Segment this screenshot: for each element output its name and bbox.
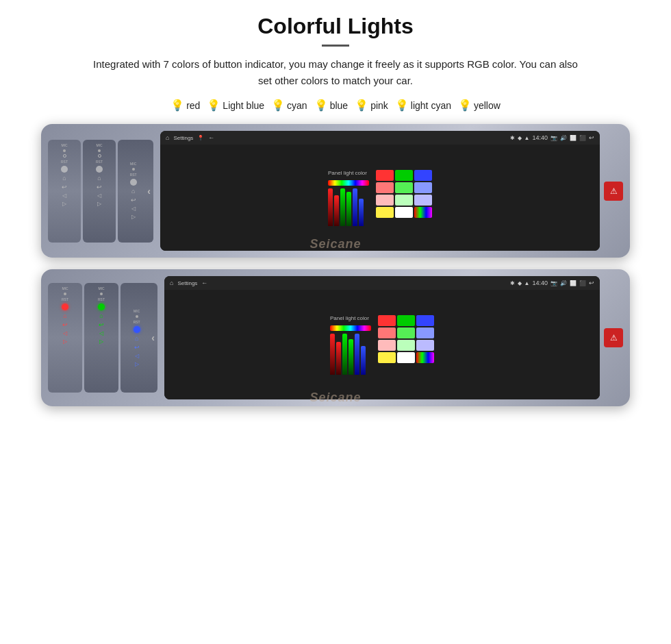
signal-icon: ▲ [524, 135, 530, 141]
home-green-b: ⌂ [99, 312, 103, 319]
back-icon-2: ↩ [97, 184, 102, 190]
color-item-cyan: 💡 cyan [271, 99, 307, 112]
bulb-icon-pink: 💡 [355, 99, 368, 112]
cgrid-blue [414, 170, 432, 181]
color-grid-top [376, 170, 432, 218]
left-panels-bottom: MIC RST ⌂ ↩ ◁ ▷ MIC RST [41, 269, 162, 406]
left-panel-3-top: MIC RST ⌂ ↩ ◁ ▷ ‹ [118, 140, 153, 243]
title-divider [322, 45, 349, 47]
color-bars-bottom [330, 334, 371, 375]
status-bar-bottom: ⌂ Settings ← ✱ ◆ ▲ 14:40 📷 🔊 [164, 276, 600, 290]
left-arrow-top: ‹ [147, 186, 151, 197]
settings-label-bottom: Settings [177, 280, 197, 286]
left-panel-a-bottom: MIC RST ⌂ ↩ ◁ ▷ [48, 283, 82, 393]
rec-icon-b: ⬜ [570, 280, 577, 286]
home-status-bottom: ⌂ [170, 280, 173, 286]
panel-content-top: Panel light color [328, 170, 432, 226]
rst-label-2: RST [96, 160, 103, 164]
vol-icon-b: 🔊 [560, 280, 567, 286]
right-side-top: ⚠ [603, 124, 630, 258]
wifi-icon: ◆ [518, 135, 522, 141]
fwd-icon-1: ▷ [62, 201, 66, 207]
bt-icon-b: ✱ [510, 280, 515, 286]
rst-btn-1 [63, 154, 66, 158]
bar-blue-2 [359, 199, 364, 226]
color-item-blue: 💡 blue [314, 99, 348, 112]
fwd-icon-2: ▷ [97, 201, 101, 207]
mic-label-2: MIC [96, 143, 102, 147]
status-left-bottom: ⌂ Settings ← [170, 280, 207, 286]
cgrid-white [395, 207, 413, 218]
bulb-icon-yellow: 💡 [458, 99, 472, 112]
mic-dot-1 [63, 149, 66, 152]
panel-light-block-bottom: Panel light color [330, 315, 371, 375]
power-red-a [62, 304, 68, 310]
bar-red-1 [328, 188, 333, 226]
status-right: ✱ ◆ ▲ 14:40 📷 🔊 ⬜ ⬛ ↩ [510, 134, 594, 141]
cgrid-pinkish [376, 195, 394, 206]
color-item-pink: 💡 pink [355, 99, 388, 112]
status-right-bottom: ✱ ◆ ▲ 14:40 📷 🔊 ⬜ ⬛ ↩ [510, 280, 594, 286]
hazard-btn-bottom: ⚠ [604, 328, 623, 347]
bar-red-2 [334, 195, 339, 226]
mic-label-1: MIC [61, 143, 67, 147]
bar-blue-1 [353, 188, 357, 226]
left-panel-c-bottom: MIC RST ⌂ ↩ ◁ ▷ ‹ [121, 283, 157, 393]
bar-green-2 [346, 192, 351, 226]
color-item-lightblue: 💡 Light blue [207, 99, 264, 112]
wifi-icon-b: ◆ [518, 280, 522, 286]
page: Colorful Lights Integrated with 7 colors… [0, 0, 671, 644]
panel3-buttons: MIC RST ⌂ ↩ ◁ ▷ [121, 162, 146, 220]
color-grid-bottom [378, 315, 434, 363]
time-top: 14:40 [532, 134, 548, 141]
bottom-car-unit: MIC RST ⌂ ↩ ◁ ▷ MIC RST [41, 269, 630, 406]
back-red-a: ↩ [62, 321, 68, 328]
bar-green-1 [340, 188, 345, 226]
cgrid-lightgreen [395, 182, 413, 193]
bulb-icon-blue: 💡 [314, 99, 328, 112]
top-car-unit: MIC RST ⌂ ↩ ◁ ▷ MIC [41, 124, 630, 258]
status-bar-top: ⌂ Settings 📍 ← ✱ ◆ ▲ 14:40 📷 [160, 131, 600, 145]
hazard-btn-top: ⚠ [604, 182, 623, 201]
home-red-a: ⌂ [62, 312, 68, 319]
screen-zone-top: ⌂ Settings 📍 ← ✱ ◆ ▲ 14:40 📷 [157, 124, 603, 258]
win-icon: ⬛ [579, 135, 586, 141]
back-arrow-bottom: ← [201, 280, 207, 286]
right-side-bottom: ⚠ [603, 269, 630, 406]
power-green-b [98, 304, 105, 310]
back-icon-b: ↩ [589, 280, 594, 286]
rst-label-1: RST [61, 160, 68, 164]
home-icon-2: ⌂ [97, 175, 102, 182]
mic-dot-2 [98, 149, 101, 152]
rainbow-bar-top [328, 180, 369, 186]
home-blue-c: ⌂ [135, 335, 138, 342]
screen-body-top: Panel light color [160, 145, 600, 251]
cgrid-red [376, 170, 394, 181]
settings-label-top: Settings [173, 135, 193, 141]
color-bars-top [328, 188, 369, 226]
left-panel-2-top: MIC RST ⌂ ↩ ◁ ▷ [83, 140, 116, 243]
back-icon-status: ↩ [589, 134, 594, 141]
color-item-yellow: 💡 yellow [458, 99, 501, 112]
time-bottom: 14:40 [532, 280, 548, 286]
vol-red-a: ◁ [63, 330, 67, 336]
color-label-blue: blue [330, 100, 348, 111]
vol-icon-1: ◁ [62, 193, 66, 199]
top-car-unit-wrapper: MIC RST ⌂ ↩ ◁ ▷ MIC [41, 124, 630, 260]
bulb-icon-red: 💡 [170, 99, 184, 112]
left-panel-1-top: MIC RST ⌂ ↩ ◁ ▷ [48, 140, 81, 243]
description-text: Integrated with 7 colors of button indic… [89, 56, 582, 89]
mic-label-3: MIC [130, 162, 136, 166]
home-icon-1: ⌂ [62, 175, 67, 182]
cgrid-lightblue [414, 182, 432, 193]
cam-icon-b: 📷 [550, 280, 557, 286]
screen-zone-bottom: ⌂ Settings ← ✱ ◆ ▲ 14:40 📷 🔊 [162, 269, 603, 406]
screen-top: ⌂ Settings 📍 ← ✱ ◆ ▲ 14:40 📷 [160, 131, 600, 251]
back-icon-1: ↩ [62, 184, 67, 190]
color-label-pink: pink [370, 100, 388, 111]
back-arrow-top: ← [208, 134, 214, 141]
cgrid-yellow [376, 207, 394, 218]
color-label-red: red [186, 100, 200, 111]
color-item-lightcyan: 💡 light cyan [395, 99, 451, 112]
panel-light-title-top: Panel light color [328, 170, 369, 176]
